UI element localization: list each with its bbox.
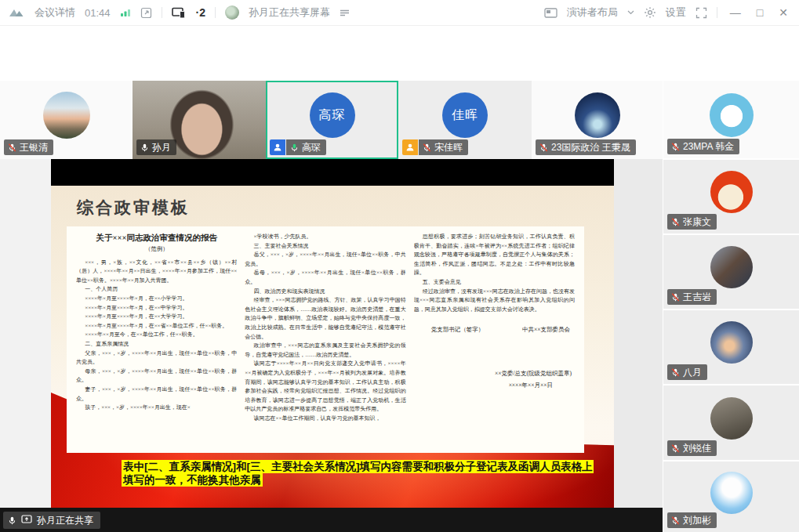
- participant-name: 张康文: [683, 215, 711, 229]
- fullscreen-icon[interactable]: [695, 7, 707, 19]
- participant-name: 高琛: [302, 141, 321, 154]
- settings-button[interactable]: 设置: [666, 5, 686, 20]
- slide-title: 综合政审模板: [77, 197, 190, 219]
- participant-tile-active-speaker[interactable]: 高琛 高琛: [266, 81, 398, 159]
- sharing-status-text[interactable]: 孙月正在共享屏幕: [249, 5, 330, 20]
- participant-tile[interactable]: 张康文: [663, 160, 799, 233]
- mic-icon: [8, 516, 16, 525]
- document-paragraphs: ×学校读书，少先队员。三、主要社会关系情况岳父，×××，×岁，××××年××月出…: [245, 233, 405, 423]
- participant-name: 刘加彬: [683, 514, 711, 527]
- sign-right: 中共××支部委员会: [513, 325, 570, 335]
- participant-name: 八月: [683, 366, 702, 379]
- participant-label: 八月: [667, 364, 707, 380]
- meeting-window: 会议详情 01:44 ·2 孙月正在共享屏幕 演讲者布局: [0, 0, 799, 532]
- participant-tile[interactable]: 刘锐佳: [663, 385, 799, 460]
- sharing-indicator-text: 孙月正在共享: [37, 514, 93, 527]
- left-margin: [0, 159, 51, 508]
- document-subtitle: （范例）: [76, 244, 237, 254]
- participant-name: 王吉岩: [683, 291, 711, 304]
- participant-label: 高琛: [270, 139, 326, 155]
- highlighted-annotation: 表中[二、直系亲属情况]和[三、主要社会关系情况]填写内容需要和积极分子登记表及…: [122, 460, 601, 487]
- minimize-button[interactable]: —: [727, 7, 744, 18]
- avatar: [575, 92, 620, 138]
- avatar: 高琛: [310, 92, 355, 138]
- sharer-avatar: [225, 5, 239, 20]
- avatar: [710, 321, 753, 364]
- mic-muted-icon: [539, 143, 548, 152]
- participant-tile[interactable]: 孙月: [133, 81, 266, 159]
- participant-name: 孙月: [152, 141, 171, 154]
- app-logo-icon: [8, 7, 25, 18]
- participant-tile[interactable]: 佳晖 宋佳晖: [398, 81, 532, 159]
- participant-name: 宋佳晖: [434, 141, 463, 154]
- maximize-button[interactable]: □: [754, 7, 766, 18]
- document-column-1: 关于×××同志政治审查情况的报告 （范例） ×××，男，×族，××文化，××省×…: [76, 233, 237, 447]
- avatar: [43, 92, 90, 139]
- participant-label: 刘锐佳: [667, 440, 717, 456]
- shared-screen-view: 综合政审模板 关于×××同志政治审查情况的报告 （范例） ×××，男，×族，××…: [51, 159, 614, 508]
- participant-name: 23MPA 韩金: [683, 140, 734, 154]
- close-button[interactable]: ✕: [775, 7, 791, 18]
- right-margin: [614, 159, 663, 508]
- avatar: [710, 93, 754, 137]
- screen-share-icon: [21, 515, 32, 527]
- layout-icon: [544, 8, 557, 18]
- participant-tile[interactable]: 23MPA 韩金: [663, 81, 799, 158]
- avatar: [710, 171, 753, 213]
- meeting-details-button[interactable]: 会议详情: [35, 5, 75, 20]
- participant-tile[interactable]: 王银清: [0, 81, 133, 159]
- stamp-line: ××党委/总支(院级党组织盖章): [414, 369, 575, 378]
- participant-label: 孙月: [136, 139, 176, 155]
- avatar: [710, 472, 753, 514]
- mic-muted-icon: [671, 516, 680, 525]
- mic-active-icon: [290, 143, 299, 152]
- mic-muted-icon: [8, 143, 16, 152]
- participant-label: 宋佳晖: [402, 139, 468, 155]
- participant-tile[interactable]: 王吉岩: [663, 235, 799, 309]
- sharing-indicator-badge[interactable]: 孙月正在共享: [3, 512, 100, 529]
- participant-name: 23国际政治 王秉晟: [551, 141, 630, 154]
- mic-muted-icon: [423, 143, 431, 152]
- mic-muted-icon: [671, 444, 680, 453]
- layout-selector[interactable]: 演讲者布局: [567, 5, 618, 20]
- participant-label: 张康文: [667, 214, 717, 230]
- topbar: 会议详情 01:44 ·2 孙月正在共享屏幕 演讲者布局: [0, 0, 799, 26]
- mic-muted-icon: [671, 293, 680, 302]
- avatar: [710, 397, 753, 440]
- network-signal-icon: [120, 8, 131, 17]
- participant-label: 刘加彬: [667, 512, 717, 528]
- participant-tile[interactable]: 刘加彬: [663, 461, 799, 532]
- avatar: [710, 246, 753, 288]
- mic-icon: [140, 143, 149, 152]
- role-person-icon: [402, 139, 418, 155]
- participant-label: 王吉岩: [667, 289, 717, 305]
- participant-tile[interactable]: 八月: [663, 310, 799, 384]
- document-title: 关于×××同志政治审查情况的报告: [76, 233, 237, 244]
- participant-label: 23国际政治 王秉晟: [536, 139, 636, 155]
- sharing-options-icon[interactable]: [340, 9, 350, 17]
- document-column-2: ×学校读书，少先队员。三、主要社会关系情况岳父，×××，×岁，××××年××月出…: [245, 233, 405, 447]
- role-person-icon: [270, 139, 285, 155]
- document-paragraphs: ×××，男，×族，××文化，××省××市××县××乡（镇）××村（居）人，×××…: [76, 259, 237, 413]
- chevron-down-icon[interactable]: [627, 10, 634, 15]
- popout-window-icon[interactable]: [140, 7, 152, 19]
- gear-icon[interactable]: [644, 6, 656, 19]
- date-line: ××××年××月××日: [414, 381, 575, 390]
- avatar: 佳晖: [442, 92, 488, 138]
- document-paragraphs: 思想积极，要求进步；刻苦钻研业务知识，工作认真负责、积极肯干、勤奋踏实，连续×年…: [414, 233, 575, 314]
- document-column-3: 思想积极，要求进步；刻苦钻研业务知识，工作认真负责、积极肯干、勤奋踏实，连续×年…: [414, 233, 575, 447]
- participant-label: 王银清: [4, 139, 53, 155]
- mic-muted-icon: [671, 143, 680, 151]
- shared-screens-icon[interactable]: [172, 7, 187, 19]
- mic-muted-icon: [671, 218, 680, 226]
- shared-slide: 综合政审模板 关于×××同志政治审查情况的报告 （范例） ×××，男，×族，××…: [51, 186, 614, 508]
- meeting-timer: 01:44: [85, 7, 111, 19]
- participant-tile[interactable]: 23国际政治 王秉晟: [532, 81, 663, 159]
- shared-screens-count: ·2: [196, 6, 205, 19]
- sign-left: 党支部书记（签字）: [422, 325, 485, 335]
- participant-label: 23MPA 韩金: [667, 139, 739, 154]
- document-panel: 关于×××同志政治审查情况的报告 （范例） ×××，男，×族，××文化，××省×…: [67, 226, 584, 453]
- mic-muted-icon: [671, 368, 680, 377]
- document-signatures: 党支部书记（签字）中共××支部委员会 ××党委/总支(院级党组织盖章) ××××…: [414, 325, 575, 389]
- participant-name: 王银清: [20, 141, 48, 154]
